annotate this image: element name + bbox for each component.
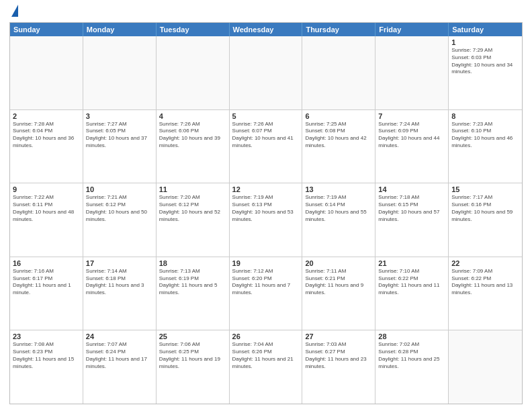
calendar-cell-0-0 <box>10 36 83 109</box>
calendar-cell-1-6: 8Sunrise: 7:23 AM Sunset: 6:10 PM Daylig… <box>449 110 522 183</box>
day-info: Sunrise: 7:02 AM Sunset: 6:28 PM Dayligh… <box>378 341 445 370</box>
calendar-cell-1-5: 7Sunrise: 7:24 AM Sunset: 6:09 PM Daylig… <box>375 110 449 183</box>
calendar-cell-1-0: 2Sunrise: 7:28 AM Sunset: 6:04 PM Daylig… <box>10 110 83 183</box>
day-number: 7 <box>378 112 445 120</box>
day-info: Sunrise: 7:09 AM Sunset: 6:22 PM Dayligh… <box>451 268 519 297</box>
day-info: Sunrise: 7:11 AM Sunset: 6:21 PM Dayligh… <box>305 268 372 297</box>
calendar-cell-3-1: 17Sunrise: 7:14 AM Sunset: 6:18 PM Dayli… <box>83 257 157 330</box>
day-info: Sunrise: 7:18 AM Sunset: 6:15 PM Dayligh… <box>378 194 445 223</box>
calendar-cell-0-6: 1Sunrise: 7:29 AM Sunset: 6:03 PM Daylig… <box>449 36 522 109</box>
calendar-cell-2-5: 14Sunrise: 7:18 AM Sunset: 6:15 PM Dayli… <box>375 183 449 257</box>
day-info: Sunrise: 7:12 AM Sunset: 6:20 PM Dayligh… <box>232 268 300 297</box>
day-number: 5 <box>232 112 300 120</box>
calendar-cell-4-5: 28Sunrise: 7:02 AM Sunset: 6:28 PM Dayli… <box>375 330 449 404</box>
day-number: 11 <box>159 185 226 193</box>
day-number: 3 <box>86 112 153 120</box>
calendar-cell-1-3: 5Sunrise: 7:26 AM Sunset: 6:07 PM Daylig… <box>230 110 303 183</box>
day-info: Sunrise: 7:10 AM Sunset: 6:22 PM Dayligh… <box>378 268 445 297</box>
weekday-header-wednesday: Wednesday <box>230 23 303 36</box>
calendar-cell-3-6: 22Sunrise: 7:09 AM Sunset: 6:22 PM Dayli… <box>449 257 522 330</box>
day-info: Sunrise: 7:04 AM Sunset: 6:26 PM Dayligh… <box>232 341 300 370</box>
calendar-row-0: 1Sunrise: 7:29 AM Sunset: 6:03 PM Daylig… <box>10 36 522 109</box>
day-info: Sunrise: 7:26 AM Sunset: 6:07 PM Dayligh… <box>232 121 300 150</box>
header <box>9 8 523 17</box>
day-number: 27 <box>305 332 372 340</box>
day-info: Sunrise: 7:20 AM Sunset: 6:12 PM Dayligh… <box>159 194 226 223</box>
calendar-row-2: 9Sunrise: 7:22 AM Sunset: 6:11 PM Daylig… <box>10 183 522 257</box>
logo <box>9 8 18 17</box>
day-number: 4 <box>159 112 226 120</box>
calendar-cell-0-4 <box>302 36 375 109</box>
day-number: 18 <box>159 259 226 267</box>
day-number: 17 <box>86 259 153 267</box>
day-number: 13 <box>305 185 372 193</box>
day-info: Sunrise: 7:22 AM Sunset: 6:11 PM Dayligh… <box>13 194 80 223</box>
day-number: 16 <box>13 259 80 267</box>
day-info: Sunrise: 7:29 AM Sunset: 6:03 PM Dayligh… <box>451 47 519 76</box>
calendar-cell-3-3: 19Sunrise: 7:12 AM Sunset: 6:20 PM Dayli… <box>230 257 303 330</box>
calendar-cell-2-6: 15Sunrise: 7:17 AM Sunset: 6:16 PM Dayli… <box>449 183 522 257</box>
day-info: Sunrise: 7:03 AM Sunset: 6:27 PM Dayligh… <box>305 341 372 370</box>
calendar-cell-4-0: 23Sunrise: 7:08 AM Sunset: 6:23 PM Dayli… <box>10 330 83 404</box>
calendar-cell-1-1: 3Sunrise: 7:27 AM Sunset: 6:05 PM Daylig… <box>83 110 157 183</box>
calendar-cell-3-4: 20Sunrise: 7:11 AM Sunset: 6:21 PM Dayli… <box>302 257 375 330</box>
day-number: 12 <box>232 185 300 193</box>
calendar-cell-0-1 <box>83 36 157 109</box>
calendar-cell-3-0: 16Sunrise: 7:16 AM Sunset: 6:17 PM Dayli… <box>10 257 83 330</box>
day-info: Sunrise: 7:27 AM Sunset: 6:05 PM Dayligh… <box>86 121 153 150</box>
calendar-row-4: 23Sunrise: 7:08 AM Sunset: 6:23 PM Dayli… <box>10 330 522 404</box>
calendar-cell-3-2: 18Sunrise: 7:13 AM Sunset: 6:19 PM Dayli… <box>157 257 230 330</box>
weekday-header-saturday: Saturday <box>449 23 522 36</box>
calendar-cell-4-2: 25Sunrise: 7:06 AM Sunset: 6:25 PM Dayli… <box>157 330 230 404</box>
day-info: Sunrise: 7:16 AM Sunset: 6:17 PM Dayligh… <box>13 268 80 297</box>
day-number: 1 <box>451 38 519 46</box>
day-info: Sunrise: 7:26 AM Sunset: 6:06 PM Dayligh… <box>159 121 226 150</box>
logo-triangle-icon <box>11 5 18 17</box>
calendar-cell-4-4: 27Sunrise: 7:03 AM Sunset: 6:27 PM Dayli… <box>302 330 375 404</box>
calendar-row-3: 16Sunrise: 7:16 AM Sunset: 6:17 PM Dayli… <box>10 257 522 330</box>
calendar-cell-0-2 <box>157 36 230 109</box>
day-info: Sunrise: 7:06 AM Sunset: 6:25 PM Dayligh… <box>159 341 226 370</box>
calendar-cell-2-3: 12Sunrise: 7:19 AM Sunset: 6:13 PM Dayli… <box>230 183 303 257</box>
day-number: 10 <box>86 185 153 193</box>
day-info: Sunrise: 7:13 AM Sunset: 6:19 PM Dayligh… <box>159 268 226 297</box>
page: SundayMondayTuesdayWednesdayThursdayFrid… <box>0 0 532 411</box>
day-number: 21 <box>378 259 445 267</box>
day-number: 22 <box>451 259 519 267</box>
day-info: Sunrise: 7:19 AM Sunset: 6:13 PM Dayligh… <box>232 194 300 223</box>
day-number: 9 <box>13 185 80 193</box>
day-info: Sunrise: 7:25 AM Sunset: 6:08 PM Dayligh… <box>305 121 372 150</box>
day-number: 23 <box>13 332 80 340</box>
weekday-header-monday: Monday <box>83 23 157 36</box>
day-number: 2 <box>13 112 80 120</box>
day-info: Sunrise: 7:24 AM Sunset: 6:09 PM Dayligh… <box>378 121 445 150</box>
calendar-cell-1-4: 6Sunrise: 7:25 AM Sunset: 6:08 PM Daylig… <box>302 110 375 183</box>
day-number: 24 <box>86 332 153 340</box>
day-info: Sunrise: 7:08 AM Sunset: 6:23 PM Dayligh… <box>13 341 80 370</box>
calendar-cell-4-3: 26Sunrise: 7:04 AM Sunset: 6:26 PM Dayli… <box>230 330 303 404</box>
calendar-cell-4-6 <box>449 330 522 404</box>
day-number: 20 <box>305 259 372 267</box>
calendar-body: 1Sunrise: 7:29 AM Sunset: 6:03 PM Daylig… <box>10 36 522 404</box>
calendar-cell-0-3 <box>230 36 303 109</box>
day-number: 26 <box>232 332 300 340</box>
calendar-cell-2-0: 9Sunrise: 7:22 AM Sunset: 6:11 PM Daylig… <box>10 183 83 257</box>
day-number: 19 <box>232 259 300 267</box>
day-number: 6 <box>305 112 372 120</box>
day-info: Sunrise: 7:19 AM Sunset: 6:14 PM Dayligh… <box>305 194 372 223</box>
calendar: SundayMondayTuesdayWednesdayThursdayFrid… <box>9 22 523 404</box>
day-number: 14 <box>378 185 445 193</box>
calendar-cell-1-2: 4Sunrise: 7:26 AM Sunset: 6:06 PM Daylig… <box>157 110 230 183</box>
day-info: Sunrise: 7:28 AM Sunset: 6:04 PM Dayligh… <box>13 121 80 150</box>
day-info: Sunrise: 7:21 AM Sunset: 6:12 PM Dayligh… <box>86 194 153 223</box>
day-info: Sunrise: 7:17 AM Sunset: 6:16 PM Dayligh… <box>451 194 519 223</box>
calendar-cell-4-1: 24Sunrise: 7:07 AM Sunset: 6:24 PM Dayli… <box>83 330 157 404</box>
weekday-header-friday: Friday <box>375 23 449 36</box>
day-number: 25 <box>159 332 226 340</box>
day-number: 15 <box>451 185 519 193</box>
day-number: 28 <box>378 332 445 340</box>
weekday-header-sunday: Sunday <box>10 23 83 36</box>
day-info: Sunrise: 7:07 AM Sunset: 6:24 PM Dayligh… <box>86 341 153 370</box>
day-info: Sunrise: 7:14 AM Sunset: 6:18 PM Dayligh… <box>86 268 153 297</box>
calendar-header: SundayMondayTuesdayWednesdayThursdayFrid… <box>10 23 522 36</box>
